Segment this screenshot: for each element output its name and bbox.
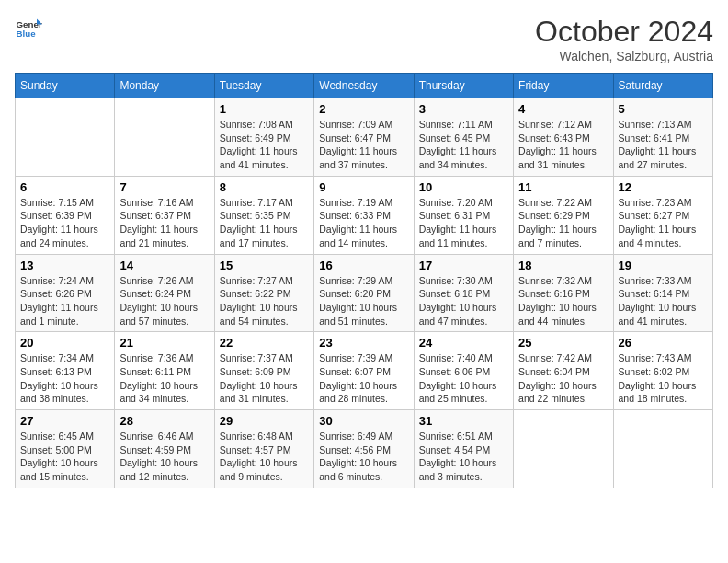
svg-text:Blue: Blue	[17, 29, 37, 39]
calendar-cell: 10Sunrise: 7:20 AMSunset: 6:31 PMDayligh…	[414, 176, 513, 254]
calendar-cell	[613, 410, 712, 488]
day-info: Sunrise: 7:42 AMSunset: 6:04 PMDaylight:…	[518, 351, 608, 406]
calendar-cell: 24Sunrise: 7:40 AMSunset: 6:06 PMDayligh…	[414, 332, 513, 410]
calendar-cell: 19Sunrise: 7:33 AMSunset: 6:14 PMDayligh…	[613, 254, 712, 332]
page-header: General Blue October 2024 Walchen, Salzb…	[15, 15, 713, 63]
day-number: 20	[20, 336, 109, 350]
calendar-cell: 6Sunrise: 7:15 AMSunset: 6:39 PMDaylight…	[16, 176, 115, 254]
calendar-cell: 30Sunrise: 6:49 AMSunset: 4:56 PMDayligh…	[314, 410, 414, 488]
day-info: Sunrise: 7:08 AMSunset: 6:49 PMDaylight:…	[220, 118, 309, 172]
day-info: Sunrise: 7:33 AMSunset: 6:14 PMDaylight:…	[619, 274, 708, 328]
day-info: Sunrise: 7:11 AMSunset: 6:45 PMDaylight:…	[419, 118, 508, 172]
day-number: 14	[119, 259, 209, 272]
calendar-cell: 22Sunrise: 7:37 AMSunset: 6:09 PMDayligh…	[214, 332, 313, 410]
day-number: 9	[319, 180, 408, 194]
header-day-sunday: Sunday	[16, 74, 115, 98]
day-info: Sunrise: 7:26 AMSunset: 6:24 PMDaylight:…	[119, 274, 209, 328]
calendar-cell: 26Sunrise: 7:43 AMSunset: 6:02 PMDayligh…	[613, 332, 712, 410]
calendar-cell: 5Sunrise: 7:13 AMSunset: 6:41 PMDaylight…	[613, 98, 712, 177]
calendar-cell: 17Sunrise: 7:30 AMSunset: 6:18 PMDayligh…	[414, 254, 513, 332]
day-number: 8	[220, 180, 309, 194]
day-number: 21	[119, 336, 209, 350]
day-number: 28	[119, 414, 209, 428]
day-info: Sunrise: 7:43 AMSunset: 6:02 PMDaylight:…	[619, 351, 708, 406]
day-info: Sunrise: 6:48 AMSunset: 4:57 PMDaylight:…	[220, 430, 309, 484]
week-row-4: 20Sunrise: 7:34 AMSunset: 6:13 PMDayligh…	[16, 332, 713, 410]
day-info: Sunrise: 7:30 AMSunset: 6:18 PMDaylight:…	[419, 274, 508, 328]
day-number: 25	[518, 336, 608, 350]
day-number: 3	[419, 102, 508, 116]
calendar-cell: 21Sunrise: 7:36 AMSunset: 6:11 PMDayligh…	[115, 332, 214, 410]
calendar-cell: 27Sunrise: 6:45 AMSunset: 5:00 PMDayligh…	[16, 410, 115, 488]
day-number: 6	[20, 180, 109, 194]
day-number: 24	[419, 336, 508, 350]
title-block: October 2024 Walchen, Salzburg, Austria	[535, 15, 713, 63]
day-info: Sunrise: 7:29 AMSunset: 6:20 PMDaylight:…	[319, 274, 408, 328]
day-info: Sunrise: 7:32 AMSunset: 6:16 PMDaylight:…	[518, 274, 608, 328]
day-number: 1	[220, 102, 309, 116]
day-number: 13	[20, 259, 109, 272]
calendar-header: SundayMondayTuesdayWednesdayThursdayFrid…	[16, 74, 713, 98]
day-number: 7	[119, 180, 209, 194]
day-number: 31	[419, 414, 508, 428]
logo-icon: General Blue	[15, 15, 42, 42]
header-day-saturday: Saturday	[613, 74, 712, 98]
header-day-monday: Monday	[115, 74, 214, 98]
header-row: SundayMondayTuesdayWednesdayThursdayFrid…	[16, 74, 713, 98]
day-info: Sunrise: 7:23 AMSunset: 6:27 PMDaylight:…	[619, 196, 708, 250]
day-number: 19	[619, 259, 708, 272]
day-number: 5	[619, 102, 708, 116]
calendar-cell: 3Sunrise: 7:11 AMSunset: 6:45 PMDaylight…	[414, 98, 513, 177]
day-info: Sunrise: 7:24 AMSunset: 6:26 PMDaylight:…	[20, 274, 109, 328]
day-info: Sunrise: 7:39 AMSunset: 6:07 PMDaylight:…	[319, 351, 408, 406]
calendar-cell: 16Sunrise: 7:29 AMSunset: 6:20 PMDayligh…	[314, 254, 414, 332]
day-number: 11	[518, 180, 608, 194]
logo: General Blue	[15, 15, 42, 42]
calendar-cell	[115, 98, 214, 177]
day-number: 2	[319, 102, 408, 116]
day-number: 29	[220, 414, 309, 428]
header-day-thursday: Thursday	[414, 74, 513, 98]
calendar-cell: 12Sunrise: 7:23 AMSunset: 6:27 PMDayligh…	[613, 176, 712, 254]
calendar-cell: 29Sunrise: 6:48 AMSunset: 4:57 PMDayligh…	[214, 410, 313, 488]
day-number: 26	[619, 336, 708, 350]
calendar-table: SundayMondayTuesdayWednesdayThursdayFrid…	[15, 73, 713, 488]
day-info: Sunrise: 7:19 AMSunset: 6:33 PMDaylight:…	[319, 196, 408, 250]
day-info: Sunrise: 7:20 AMSunset: 6:31 PMDaylight:…	[419, 196, 508, 250]
day-info: Sunrise: 7:17 AMSunset: 6:35 PMDaylight:…	[220, 196, 309, 250]
day-number: 4	[518, 102, 608, 116]
day-number: 23	[319, 336, 408, 350]
day-info: Sunrise: 7:12 AMSunset: 6:43 PMDaylight:…	[518, 118, 608, 172]
day-info: Sunrise: 7:16 AMSunset: 6:37 PMDaylight:…	[119, 196, 209, 250]
day-number: 12	[619, 180, 708, 194]
week-row-3: 13Sunrise: 7:24 AMSunset: 6:26 PMDayligh…	[16, 254, 713, 332]
calendar-cell: 2Sunrise: 7:09 AMSunset: 6:47 PMDaylight…	[314, 98, 414, 177]
calendar-cell: 25Sunrise: 7:42 AMSunset: 6:04 PMDayligh…	[514, 332, 613, 410]
calendar-cell: 4Sunrise: 7:12 AMSunset: 6:43 PMDaylight…	[514, 98, 613, 177]
header-day-wednesday: Wednesday	[314, 74, 414, 98]
calendar-cell: 7Sunrise: 7:16 AMSunset: 6:37 PMDaylight…	[115, 176, 214, 254]
calendar-cell	[514, 410, 613, 488]
day-info: Sunrise: 7:27 AMSunset: 6:22 PMDaylight:…	[220, 274, 309, 328]
calendar-cell: 20Sunrise: 7:34 AMSunset: 6:13 PMDayligh…	[16, 332, 115, 410]
day-number: 17	[419, 259, 508, 272]
calendar-cell: 31Sunrise: 6:51 AMSunset: 4:54 PMDayligh…	[414, 410, 513, 488]
day-info: Sunrise: 7:37 AMSunset: 6:09 PMDaylight:…	[220, 351, 309, 406]
calendar-cell: 14Sunrise: 7:26 AMSunset: 6:24 PMDayligh…	[115, 254, 214, 332]
day-info: Sunrise: 7:36 AMSunset: 6:11 PMDaylight:…	[119, 351, 209, 406]
header-day-friday: Friday	[514, 74, 613, 98]
calendar-cell: 23Sunrise: 7:39 AMSunset: 6:07 PMDayligh…	[314, 332, 414, 410]
day-info: Sunrise: 6:51 AMSunset: 4:54 PMDaylight:…	[419, 430, 508, 484]
calendar-cell: 1Sunrise: 7:08 AMSunset: 6:49 PMDaylight…	[214, 98, 313, 177]
day-info: Sunrise: 6:49 AMSunset: 4:56 PMDaylight:…	[319, 430, 408, 484]
calendar-cell: 15Sunrise: 7:27 AMSunset: 6:22 PMDayligh…	[214, 254, 313, 332]
day-info: Sunrise: 7:09 AMSunset: 6:47 PMDaylight:…	[319, 118, 408, 172]
month-title: October 2024	[535, 15, 713, 49]
calendar-cell: 9Sunrise: 7:19 AMSunset: 6:33 PMDaylight…	[314, 176, 414, 254]
header-day-tuesday: Tuesday	[214, 74, 313, 98]
day-info: Sunrise: 7:22 AMSunset: 6:29 PMDaylight:…	[518, 196, 608, 250]
day-number: 30	[319, 414, 408, 428]
day-info: Sunrise: 7:13 AMSunset: 6:41 PMDaylight:…	[619, 118, 708, 172]
calendar-cell: 28Sunrise: 6:46 AMSunset: 4:59 PMDayligh…	[115, 410, 214, 488]
calendar-cell: 8Sunrise: 7:17 AMSunset: 6:35 PMDaylight…	[214, 176, 313, 254]
